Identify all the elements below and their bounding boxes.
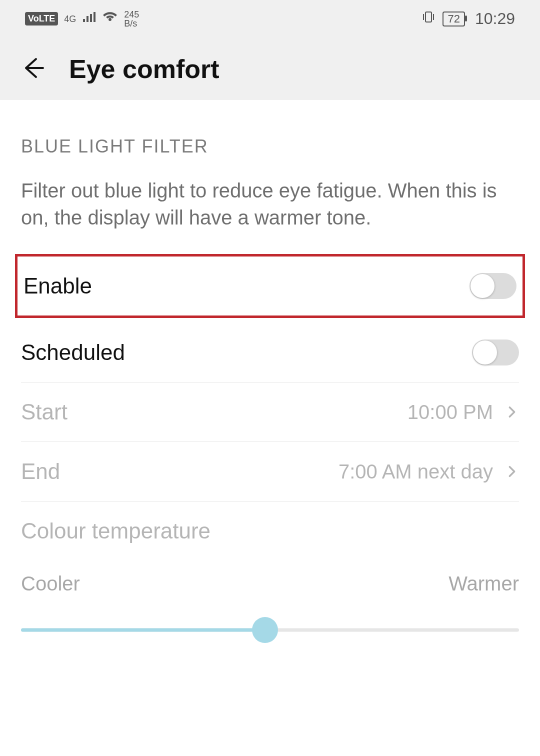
start-value: 10:00 PM: [408, 401, 493, 424]
end-row[interactable]: End 7:00 AM next day: [0, 442, 540, 501]
wifi-icon: [102, 11, 118, 26]
back-arrow-icon[interactable]: [21, 56, 45, 82]
enable-label: Enable: [24, 274, 92, 298]
start-label: Start: [21, 400, 68, 424]
network-indicator: 4G: [64, 14, 76, 24]
cooler-label: Cooler: [21, 572, 80, 595]
scheduled-row[interactable]: Scheduled: [0, 323, 540, 382]
clock-time: 10:29: [475, 10, 515, 28]
speed-value: 245: [124, 10, 139, 19]
scheduled-toggle[interactable]: [472, 340, 519, 366]
status-right: 72 10:29: [422, 10, 515, 28]
status-left: VoLTE 4G 245 B/s: [25, 10, 139, 28]
warmer-label: Warmer: [448, 572, 519, 595]
end-value: 7:00 AM next day: [338, 460, 493, 483]
slider-fill: [21, 628, 265, 632]
end-label: End: [21, 459, 60, 484]
chevron-right-icon: [505, 464, 519, 478]
scheduled-label: Scheduled: [21, 340, 125, 365]
section-description: Filter out blue light to reduce eye fati…: [0, 172, 540, 252]
status-bar: VoLTE 4G 245 B/s 72 10:29: [0, 0, 540, 38]
toggle-thumb: [473, 340, 497, 364]
vibrate-icon: [422, 10, 436, 28]
svg-rect-0: [426, 12, 432, 22]
signal-icon: [82, 11, 96, 26]
colour-temperature-section: Colour temperature Cooler Warmer: [0, 502, 540, 642]
start-right: 10:00 PM: [408, 401, 519, 424]
main-content: BLUE LIGHT FILTER Filter out blue light …: [0, 100, 540, 642]
chevron-right-icon: [505, 405, 519, 419]
enable-toggle[interactable]: [470, 273, 516, 299]
end-right: 7:00 AM next day: [338, 460, 519, 483]
enable-row[interactable]: Enable: [24, 256, 516, 316]
data-speed: 245 B/s: [124, 10, 139, 28]
slider-thumb[interactable]: [252, 617, 278, 643]
toggle-thumb: [470, 274, 494, 298]
temperature-endpoints: Cooler Warmer: [21, 572, 519, 595]
temperature-slider[interactable]: [21, 618, 519, 642]
page-title: Eye comfort: [69, 54, 220, 84]
battery-percent: 72: [448, 12, 460, 26]
section-heading: BLUE LIGHT FILTER: [0, 100, 540, 172]
battery-indicator: 72: [442, 12, 464, 26]
volte-badge: VoLTE: [25, 12, 58, 26]
speed-unit: B/s: [124, 19, 139, 28]
app-header: Eye comfort: [0, 38, 540, 100]
network-4g-label: 4G: [64, 14, 76, 24]
enable-highlight-box: Enable: [15, 254, 525, 318]
colour-temperature-label: Colour temperature: [21, 518, 519, 544]
start-row[interactable]: Start 10:00 PM: [0, 382, 540, 442]
